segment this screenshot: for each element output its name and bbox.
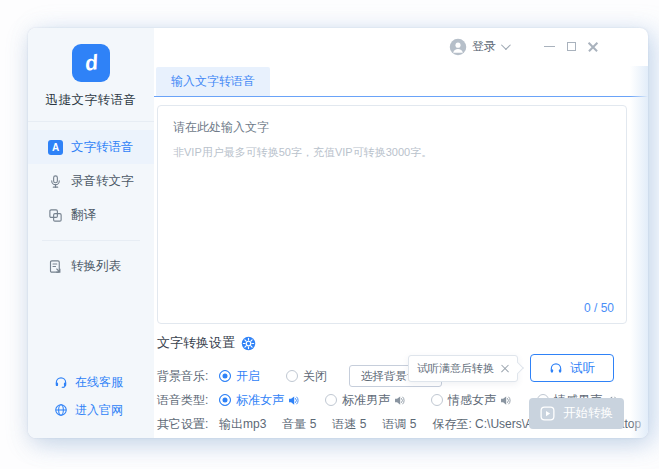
voice-standard-female-option[interactable]: 标准女声 — [219, 392, 299, 409]
tooltip-text: 试听满意后转换 — [417, 361, 494, 376]
settings-gear-icon[interactable] — [241, 336, 256, 351]
tab-bar: 输入文字转语音 — [154, 67, 648, 97]
bg-music-off-option[interactable]: 关闭 — [286, 368, 327, 385]
listen-button[interactable]: 试听 — [530, 354, 614, 382]
tab-input-text-to-speech[interactable]: 输入文字转语音 — [156, 67, 270, 96]
headphones-icon — [549, 361, 563, 375]
char-counter: 0 / 50 — [584, 301, 614, 315]
editor-placeholder: 请在此处输入文字 — [173, 119, 611, 136]
minimize-icon — [544, 46, 555, 47]
radio-off[interactable] — [286, 370, 298, 382]
bg-music-label: 背景音乐: — [157, 368, 219, 385]
online-support-link[interactable]: 在线客服 — [54, 368, 154, 396]
convert-button-label: 开始转换 — [563, 405, 613, 422]
translate-icon — [48, 208, 63, 223]
sidebar: d 迅捷文字转语音 A 文字转语音 录音转文字 — [28, 28, 154, 438]
play-icon — [540, 406, 555, 421]
login-label: 登录 — [472, 38, 496, 55]
text-input-area[interactable]: 请在此处输入文字 非VIP用户最多可转换50字，充值VIP可转换3000字。 0… — [157, 105, 627, 324]
app-window: d 迅捷文字转语音 A 文字转语音 录音转文字 — [28, 28, 648, 438]
chevron-down-icon — [501, 40, 511, 50]
app-logo-icon: d — [72, 44, 110, 82]
speaker-icon[interactable] — [394, 395, 405, 406]
bg-music-on-option[interactable]: 开启 — [219, 368, 260, 385]
listen-tooltip: 试听满意后转换 — [408, 355, 518, 382]
option-label: 标准男声 — [342, 392, 390, 409]
listen-controls: 试听满意后转换 试听 — [408, 354, 614, 382]
editor-vip-hint: 非VIP用户最多可转换50字，充值VIP可转换3000字。 — [173, 145, 611, 160]
sidebar-item-label: 录音转文字 — [71, 173, 134, 190]
other-settings-label: 其它设置: — [157, 416, 219, 433]
microphone-icon — [48, 174, 63, 189]
speed-value[interactable]: 语速 5 — [332, 416, 366, 433]
speaker-icon[interactable] — [500, 395, 511, 406]
maximize-icon — [567, 42, 576, 51]
logo-letter: d — [83, 50, 99, 76]
tooltip-close-icon[interactable] — [501, 364, 509, 372]
sidebar-item-translate[interactable]: 翻译 — [28, 198, 154, 232]
sidebar-item-audio-to-text[interactable]: 录音转文字 — [28, 164, 154, 198]
voice-emotional-female-option[interactable]: 情感女声 — [431, 392, 511, 409]
sidebar-item-label: 翻译 — [71, 207, 96, 224]
official-website-link[interactable]: 进入官网 — [54, 396, 154, 424]
option-label: 关闭 — [303, 368, 327, 385]
sidebar-divider — [42, 240, 140, 241]
settings-title: 文字转换设置 — [157, 334, 235, 352]
app-name: 迅捷文字转语音 — [28, 92, 154, 109]
titlebar: 登录 — [154, 28, 648, 65]
sidebar-item-conversion-list[interactable]: 转换列表 — [28, 249, 154, 283]
sidebar-footer: 在线客服 进入官网 — [28, 368, 154, 438]
speaker-icon[interactable] — [288, 395, 299, 406]
option-label: 标准女声 — [236, 392, 284, 409]
list-document-icon — [48, 259, 63, 274]
avatar-icon — [449, 38, 467, 56]
pitch-value[interactable]: 语调 5 — [382, 416, 416, 433]
login-button[interactable]: 登录 — [449, 38, 508, 56]
radio-emotional-female[interactable] — [431, 394, 443, 406]
minimize-button[interactable] — [538, 36, 560, 58]
option-label: 情感女声 — [448, 392, 496, 409]
close-button[interactable] — [582, 36, 604, 58]
close-icon — [587, 41, 599, 53]
sidebar-item-text-to-speech[interactable]: A 文字转语音 — [28, 130, 154, 164]
globe-icon — [54, 403, 68, 417]
maximize-button[interactable] — [560, 36, 582, 58]
listen-button-label: 试听 — [570, 360, 595, 377]
radio-standard-female[interactable] — [219, 394, 231, 406]
text-a-icon: A — [48, 140, 63, 155]
option-label: 开启 — [236, 368, 260, 385]
voice-type-label: 语音类型: — [157, 392, 219, 409]
output-format-value[interactable]: 输出mp3 — [219, 416, 266, 433]
sidebar-nav: A 文字转语音 录音转文字 翻译 — [28, 122, 154, 283]
sidebar-item-label: 文字转语音 — [71, 139, 134, 156]
sidebar-item-label: 转换列表 — [71, 258, 121, 275]
footer-link-label: 在线客服 — [75, 374, 123, 391]
radio-on[interactable] — [219, 370, 231, 382]
logo-block: d 迅捷文字转语音 — [28, 28, 154, 122]
headset-icon — [54, 375, 68, 389]
convert-button[interactable]: 开始转换 — [529, 398, 624, 429]
voice-standard-male-option[interactable]: 标准男声 — [325, 392, 405, 409]
footer-link-label: 进入官网 — [75, 402, 123, 419]
volume-value[interactable]: 音量 5 — [282, 416, 316, 433]
main-panel: 登录 输入文字转语音 请在此处输入文字 非VIP用户最多可转换50字，充值VIP… — [154, 28, 648, 438]
radio-standard-male[interactable] — [325, 394, 337, 406]
